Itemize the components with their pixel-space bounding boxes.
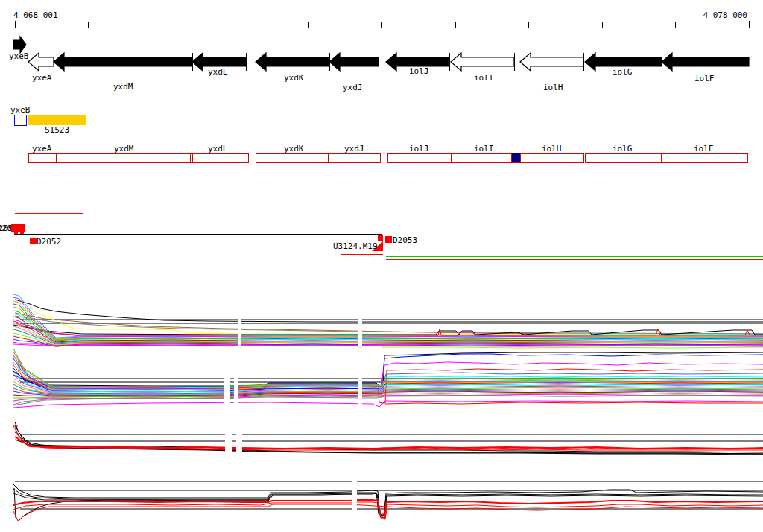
operon-box[interactable] (387, 153, 583, 162)
operon-label-iolJ: iolJ (409, 144, 429, 153)
operon-box[interactable] (662, 153, 747, 162)
clone-gold-box[interactable] (28, 115, 86, 125)
profile-line-panel-1 (382, 347, 763, 348)
profile-line-panel-4 (13, 502, 763, 519)
profile-gap-panel-2 (358, 349, 362, 411)
gene-label-iolG: iolG (612, 67, 633, 77)
profile-gap-panel-2 (234, 349, 238, 411)
gene-label-yxdK: yxdK (284, 73, 304, 83)
gene-label-iolF: iolF (694, 74, 715, 83)
clone-blue-box[interactable] (14, 115, 26, 125)
operon-label-iolI: iolI (474, 144, 494, 153)
operon-box[interactable] (585, 153, 661, 162)
profile-gap-panel-1 (238, 291, 241, 349)
operon-label-yxdK: yxdK (284, 144, 304, 153)
gene-label-iolH: iolH (543, 83, 563, 92)
operon-box[interactable] (28, 153, 248, 162)
operon-label-iolF: iolF (694, 144, 714, 153)
gene-arrow-yxeB[interactable] (13, 37, 26, 53)
gene-label-yxdM: yxdM (113, 82, 133, 92)
profile-line-panel-3 (13, 425, 18, 426)
operon-label-iolG: iolG (612, 144, 633, 153)
gene-label-yxdL: yxdL (208, 67, 228, 77)
genome-browser-canvas: yxeAyxdMyxdLyxdKyxdJiolJiolIiolHiolGiolF… (0, 0, 763, 532)
clone-track-label: yxeB (10, 105, 31, 115)
operon-label-yxdJ: yxdJ (344, 144, 364, 153)
operon-label-iolH: iolH (542, 144, 562, 153)
gene-arrow-iolF[interactable] (662, 53, 749, 71)
gene-arrow-yxdM[interactable] (54, 53, 192, 71)
profile-gap-panel-2 (224, 349, 230, 411)
gene-arrow-yxeA[interactable] (28, 53, 54, 71)
gene-arrow-iolI[interactable] (451, 53, 514, 71)
clone-gold-label: S1523 (45, 125, 69, 135)
operon-navy-box[interactable] (512, 153, 520, 162)
gene-label-yxeB: yxeB (9, 51, 29, 61)
profile-line-panel-3 (13, 426, 763, 449)
clone-name-label: U3124.M19 (333, 241, 378, 251)
probe-label-D2052: D2052 (37, 237, 61, 247)
probe-label-D2053: D2053 (393, 235, 417, 245)
profile-line-panel-2 (13, 401, 763, 408)
red-flag-marker[interactable] (11, 224, 25, 232)
profile-gap-panel-4 (352, 478, 357, 524)
gene-label-yxeA: yxeA (32, 73, 52, 83)
gene-label-iolJ: iolJ (409, 66, 429, 76)
profile-line-panel-4 (13, 504, 763, 521)
profile-line-panel-2 (13, 362, 763, 390)
operon-box[interactable] (256, 153, 380, 162)
profile-line-panel-2 (385, 402, 763, 404)
genome-browser: 4 068 001 4 078 000 yxeAyxdMyxdLyxdKyxdJ… (0, 0, 763, 532)
probe-box-D2052[interactable] (30, 238, 37, 244)
gene-label-iolI: iolI (474, 73, 494, 83)
profile-line-panel-1 (15, 300, 763, 322)
operon-label-yxdM: yxdM (114, 144, 134, 153)
gene-label-yxdJ: yxdJ (343, 83, 363, 92)
profile-line-panel-1 (13, 294, 763, 338)
gene-arrow-yxdJ[interactable] (329, 53, 379, 71)
gene-arrow-yxdK[interactable] (256, 53, 329, 71)
gene-arrow-iolH[interactable] (520, 53, 583, 71)
profile-line-panel-3 (15, 437, 763, 449)
profile-gap-panel-1 (358, 291, 362, 349)
operon-label-yxdL: yxdL (208, 144, 228, 153)
profile-gap-panel-3 (225, 419, 232, 460)
profile-gap-panel-3 (236, 419, 242, 460)
probe-box-D2053[interactable] (385, 236, 392, 243)
operon-label-yxeA: yxeA (32, 144, 52, 153)
